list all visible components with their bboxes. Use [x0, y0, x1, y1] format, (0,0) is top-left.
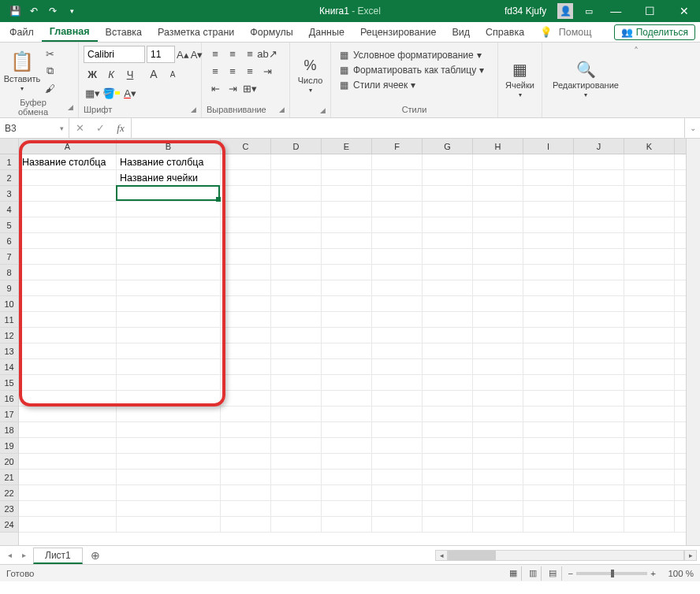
align-top-icon[interactable]: ≡	[207, 46, 224, 61]
cell[interactable]: Название столбца	[19, 154, 117, 169]
cell[interactable]	[271, 154, 322, 169]
tab-formulas[interactable]: Формулы	[242, 22, 300, 42]
cell[interactable]	[523, 328, 574, 343]
cell[interactable]	[574, 438, 624, 453]
cell[interactable]	[322, 470, 372, 484]
bold-button[interactable]: Ж	[84, 66, 101, 82]
cell[interactable]	[574, 233, 624, 248]
cell[interactable]	[271, 359, 322, 374]
cell[interactable]	[117, 233, 221, 248]
row-header[interactable]: 17	[0, 407, 18, 422]
cell[interactable]	[523, 359, 574, 374]
cell[interactable]	[372, 312, 423, 327]
cell[interactable]	[372, 154, 423, 169]
cell[interactable]	[473, 485, 523, 500]
cell[interactable]	[574, 454, 624, 469]
cell[interactable]	[322, 217, 372, 232]
cell[interactable]	[271, 422, 322, 437]
cell[interactable]	[523, 202, 574, 217]
cell[interactable]	[221, 422, 271, 437]
user-avatar-icon[interactable]: 👤	[557, 3, 573, 19]
cell[interactable]	[322, 454, 372, 469]
cell[interactable]	[221, 517, 271, 532]
shrink-font-icon[interactable]: A▾	[191, 46, 203, 62]
cell[interactable]	[19, 343, 117, 358]
decrease-font-icon[interactable]: A	[164, 66, 181, 82]
row-header[interactable]: 4	[0, 202, 18, 217]
cell[interactable]	[372, 391, 423, 406]
cell[interactable]	[19, 501, 117, 516]
cell[interactable]	[322, 517, 372, 532]
cell[interactable]	[523, 454, 574, 469]
underline-button[interactable]: Ч	[121, 66, 139, 82]
cell[interactable]	[423, 343, 473, 358]
column-header[interactable]: D	[271, 139, 322, 154]
cell[interactable]	[19, 470, 117, 484]
cell[interactable]	[423, 154, 473, 169]
cell[interactable]	[117, 359, 221, 374]
cell[interactable]	[624, 359, 675, 374]
tab-insert[interactable]: Вставка	[98, 22, 150, 42]
cell[interactable]	[473, 517, 523, 532]
cell[interactable]	[271, 328, 322, 343]
sheet-nav-last-icon[interactable]: ▸	[17, 548, 30, 562]
cell[interactable]	[372, 233, 423, 248]
cell[interactable]	[19, 422, 117, 437]
hscroll-right-icon[interactable]: ▸	[684, 550, 697, 561]
cell[interactable]	[271, 249, 322, 264]
cell[interactable]	[117, 343, 221, 358]
italic-button[interactable]: К	[102, 66, 120, 82]
clipboard-launcher-icon[interactable]: ◢	[63, 103, 73, 111]
cell[interactable]	[523, 296, 574, 311]
cell[interactable]	[322, 422, 372, 437]
cell[interactable]	[624, 438, 675, 453]
formula-input[interactable]	[132, 118, 684, 138]
column-header[interactable]: E	[322, 139, 372, 154]
cell[interactable]	[624, 312, 675, 327]
cell[interactable]	[574, 328, 624, 343]
close-button[interactable]: ✕	[668, 0, 700, 22]
cell[interactable]	[372, 454, 423, 469]
conditional-format-button[interactable]: ▦Условное форматирование ▾	[336, 49, 493, 61]
cell[interactable]	[624, 328, 675, 343]
cell[interactable]	[221, 170, 271, 185]
cell[interactable]	[221, 186, 271, 201]
grow-font-icon[interactable]: A▴	[177, 46, 189, 62]
sheet-tab[interactable]: Лист1	[33, 548, 83, 564]
cell[interactable]	[423, 438, 473, 453]
cell[interactable]	[574, 375, 624, 390]
cell[interactable]	[624, 470, 675, 484]
cell[interactable]	[423, 217, 473, 232]
cell[interactable]	[322, 154, 372, 169]
align-middle-icon[interactable]: ≡	[224, 46, 241, 61]
cell[interactable]	[221, 407, 271, 421]
cell[interactable]	[574, 485, 624, 500]
row-header[interactable]: 2	[0, 170, 18, 186]
format-painter-icon[interactable]: 🖌	[41, 80, 58, 96]
cell[interactable]	[221, 391, 271, 406]
select-all-cell[interactable]	[0, 139, 18, 154]
cell[interactable]	[322, 501, 372, 516]
cell[interactable]	[221, 485, 271, 500]
cell[interactable]	[117, 312, 221, 327]
cell[interactable]	[624, 233, 675, 248]
cell[interactable]	[624, 186, 675, 201]
cell[interactable]	[372, 280, 423, 295]
expand-formula-bar-icon[interactable]: ⌄	[684, 118, 700, 138]
cell[interactable]	[221, 296, 271, 311]
cell[interactable]	[117, 280, 221, 295]
cell[interactable]	[372, 407, 423, 421]
cell[interactable]	[574, 217, 624, 232]
hscroll-left-icon[interactable]: ◂	[435, 550, 448, 561]
minimize-button[interactable]: —	[600, 0, 631, 22]
cell[interactable]	[117, 328, 221, 343]
cell[interactable]	[117, 249, 221, 264]
cell[interactable]	[624, 454, 675, 469]
cell[interactable]	[473, 170, 523, 185]
column-header[interactable]: I	[523, 139, 574, 154]
column-header[interactable]: F	[372, 139, 423, 154]
cell[interactable]	[523, 343, 574, 358]
cell[interactable]	[19, 280, 117, 295]
cell[interactable]	[423, 186, 473, 201]
cell-styles-button[interactable]: ▦Стили ячеек ▾	[336, 79, 493, 91]
